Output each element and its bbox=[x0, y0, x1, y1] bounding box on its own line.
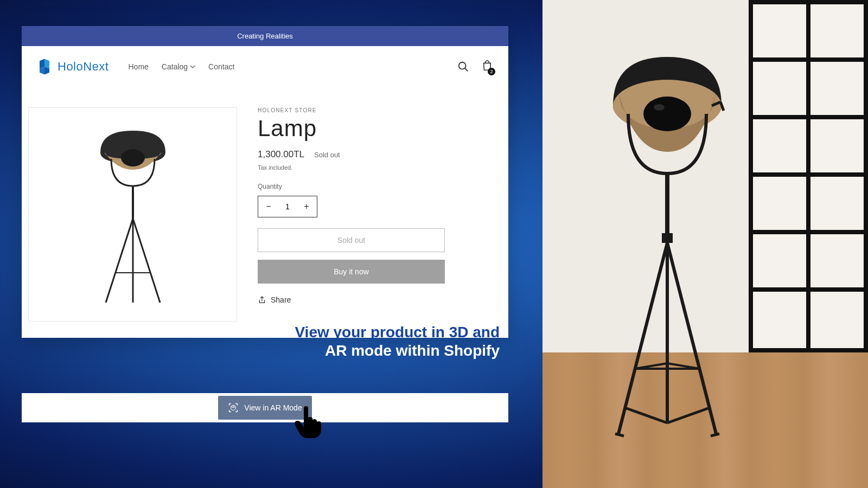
marketing-tagline: View your product in 3D and AR mode with… bbox=[22, 324, 508, 359]
svg-line-27 bbox=[615, 434, 624, 436]
nav-catalog[interactable]: Catalog bbox=[162, 62, 195, 71]
ar-preview-panel bbox=[542, 0, 868, 488]
product-vendor: HOLONEXT STORE bbox=[258, 107, 487, 113]
ar-button-bar: View in AR Mode bbox=[22, 393, 508, 422]
tagline-line-2: AR mode within Shopify bbox=[22, 342, 500, 359]
ar-icon bbox=[228, 402, 239, 413]
cart-count-badge: 2 bbox=[488, 68, 495, 75]
quantity-value[interactable]: 1 bbox=[279, 196, 296, 217]
product-price: 1,300.00TL bbox=[258, 149, 304, 160]
quantity-label: Quantity bbox=[258, 183, 487, 190]
quantity-decrease-button[interactable]: − bbox=[258, 196, 279, 217]
svg-line-28 bbox=[711, 434, 719, 436]
svg-line-5 bbox=[465, 68, 468, 72]
share-button[interactable]: Share bbox=[258, 296, 487, 304]
nav-home[interactable]: Home bbox=[128, 62, 148, 71]
share-icon bbox=[258, 296, 266, 304]
svg-line-19 bbox=[618, 243, 667, 434]
marketing-left-panel: Creating Realities HoloNext Home Catalog… bbox=[0, 0, 542, 488]
svg-point-13 bbox=[643, 97, 691, 131]
quantity-stepper: − 1 + bbox=[258, 196, 317, 217]
logo-icon bbox=[35, 57, 54, 76]
room-divider bbox=[749, 0, 868, 352]
svg-line-20 bbox=[667, 243, 716, 434]
buy-now-button[interactable]: Buy it now bbox=[258, 260, 445, 284]
lamp-illustration bbox=[79, 121, 187, 308]
svg-line-8 bbox=[106, 219, 133, 303]
quantity-increase-button[interactable]: + bbox=[296, 196, 317, 217]
tax-included-note: Tax included. bbox=[258, 164, 487, 171]
store-screenshot: Creating Realities HoloNext Home Catalog… bbox=[22, 26, 508, 338]
store-nav: HoloNext Home Catalog Contact bbox=[22, 46, 508, 88]
chevron-down-icon bbox=[190, 64, 195, 69]
svg-point-14 bbox=[654, 104, 665, 111]
svg-rect-18 bbox=[662, 233, 673, 243]
product-section: HOLONEXT STORE Lamp 1,300.00TL Sold out … bbox=[22, 88, 508, 338]
product-image[interactable] bbox=[28, 107, 237, 322]
svg-line-9 bbox=[133, 219, 160, 303]
svg-line-25 bbox=[625, 408, 667, 423]
add-to-cart-button: Sold out bbox=[258, 228, 445, 252]
svg-line-26 bbox=[667, 408, 710, 423]
announcement-bar: Creating Realities bbox=[22, 26, 508, 46]
svg-point-6 bbox=[121, 149, 145, 166]
svg-point-4 bbox=[459, 62, 466, 69]
soldout-label: Sold out bbox=[314, 151, 340, 159]
cart-button[interactable]: 2 bbox=[481, 60, 493, 74]
ar-lamp-render bbox=[580, 43, 754, 445]
hand-cursor-icon bbox=[292, 406, 323, 439]
search-icon[interactable] bbox=[457, 61, 469, 73]
tagline-line-1: View your product in 3D and bbox=[22, 324, 500, 341]
room-render bbox=[542, 0, 868, 488]
logo-text: HoloNext bbox=[58, 60, 108, 74]
store-logo[interactable]: HoloNext bbox=[35, 57, 108, 76]
product-title: Lamp bbox=[258, 115, 487, 142]
product-info: HOLONEXT STORE Lamp 1,300.00TL Sold out … bbox=[258, 107, 487, 322]
nav-contact[interactable]: Contact bbox=[208, 62, 234, 71]
